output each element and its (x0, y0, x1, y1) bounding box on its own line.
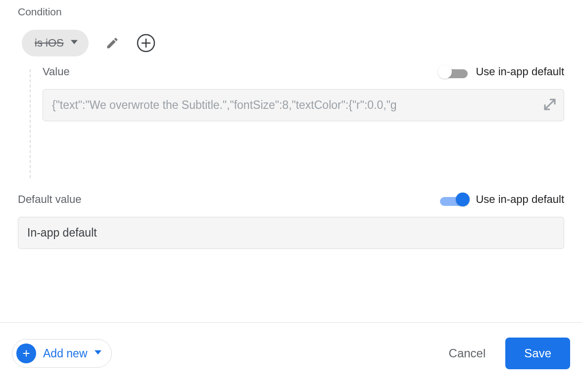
default-toggle-label: Use in-app default (476, 193, 564, 206)
save-button[interactable]: Save (505, 338, 570, 369)
dropdown-icon (95, 349, 101, 358)
value-use-default-toggle[interactable] (440, 67, 468, 76)
add-new-label: Add new (43, 347, 88, 360)
expand-icon[interactable] (542, 97, 557, 114)
default-value-label: Default value (18, 193, 81, 206)
value-label: Value (43, 65, 70, 78)
condition-chip-label: is iOS (35, 37, 64, 49)
branch-line (18, 65, 43, 178)
dropdown-icon (71, 39, 78, 48)
default-value-input[interactable] (18, 217, 564, 249)
plus-icon (16, 343, 36, 363)
value-toggle-label: Use in-app default (476, 65, 564, 78)
cancel-button[interactable]: Cancel (449, 346, 486, 360)
default-use-default-toggle[interactable] (440, 195, 468, 204)
add-circle-icon[interactable] (136, 33, 156, 53)
add-new-button[interactable]: Add new (12, 339, 112, 368)
value-input[interactable] (43, 89, 564, 121)
edit-icon[interactable] (102, 33, 122, 53)
condition-chip[interactable]: is iOS (22, 30, 89, 56)
condition-section-label: Condition (18, 0, 564, 18)
